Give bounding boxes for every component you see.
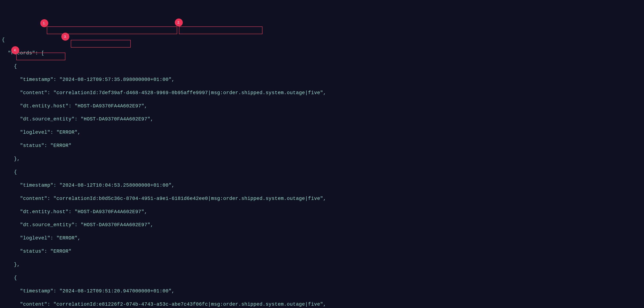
json-line: { <box>2 169 642 175</box>
json-line: "dt.entity.host": "HOST-DA9370FA4A602E97… <box>2 209 642 215</box>
json-line: "timestamp": "2024-08-12T09:57:35.898000… <box>2 76 642 83</box>
json-line: "status": "ERROR" <box>2 142 642 149</box>
json-line: "status": "ERROR" <box>2 248 642 255</box>
json-line: "dt.source_entity": "HOST-DA9370FA4A602E… <box>2 116 642 122</box>
json-line: "content": "correlationId:7def39af-d468-… <box>2 90 642 96</box>
json-line: { <box>2 275 642 281</box>
json-line: "timestamp": "2024-08-12T10:04:53.258000… <box>2 182 642 189</box>
json-line: "records": [ <box>2 50 642 56</box>
json-line: "content": "correlationId:e81226f2-074b-… <box>2 301 642 308</box>
json-line: "dt.entity.host": "HOST-DA9370FA4A602E97… <box>2 103 642 109</box>
json-line: }, <box>2 261 642 268</box>
annotation-marker-1: 1. <box>40 19 48 27</box>
json-line: "loglevel": "ERROR", <box>2 235 642 242</box>
json-line: { <box>2 37 642 43</box>
json-line: "dt.source_entity": "HOST-DA9370FA4A602E… <box>2 222 642 228</box>
annotation-marker-4: 4. <box>11 46 19 54</box>
json-code-block: { "records": [ { "timestamp": "2024-08-1… <box>2 30 642 308</box>
annotation-marker-2: 2. <box>175 18 183 26</box>
json-line: "timestamp": "2024-08-12T09:51:20.947000… <box>2 288 642 295</box>
json-line: { <box>2 63 642 70</box>
annotation-marker-3: 3. <box>61 33 69 41</box>
json-line: "content": "correlationId:b0d5c36c-8704-… <box>2 195 642 202</box>
json-line: "loglevel": "ERROR", <box>2 129 642 136</box>
json-line: }, <box>2 156 642 162</box>
